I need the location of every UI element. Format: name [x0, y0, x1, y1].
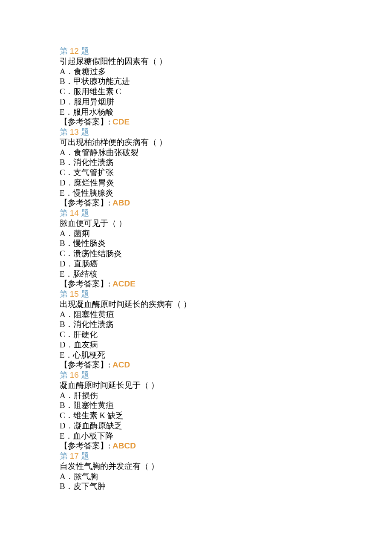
question-option: E．心肌梗死: [60, 350, 392, 360]
option-letter: D: [60, 340, 66, 349]
option-text: 支气管扩张: [73, 168, 114, 177]
option-text: 菌痢: [74, 229, 90, 238]
question-number: 16: [70, 370, 79, 379]
option-text: 肝硬化: [73, 330, 98, 339]
question-prefix: 第: [60, 208, 70, 217]
option-sep: ．: [66, 472, 74, 481]
option-text: 维生素 K 缺乏: [73, 411, 124, 420]
option-letter: E: [60, 431, 65, 440]
option-letter: D: [60, 421, 66, 430]
question-option: C．支气管扩张: [60, 168, 392, 178]
question-option: B．阻塞性黄疸: [60, 400, 392, 410]
answer-value: ACDE: [112, 279, 135, 288]
option-letter: E: [60, 350, 65, 359]
answer-value: ABCD: [112, 441, 136, 450]
answer-value: CDE: [112, 117, 130, 126]
option-text: 皮下气肿: [73, 482, 106, 491]
option-text: 慢性肠炎: [73, 239, 106, 248]
option-sep: ．: [66, 259, 74, 268]
option-text: 血友病: [74, 340, 98, 349]
question-number: 17: [70, 451, 79, 460]
option-text: 心肌梗死: [73, 350, 105, 359]
option-sep: ．: [66, 310, 74, 319]
option-text: 服用水杨酸: [73, 107, 113, 116]
option-letter: C: [60, 249, 65, 258]
option-letter: B: [60, 401, 65, 410]
option-sep: ．: [66, 229, 74, 238]
option-letter: C: [60, 330, 65, 339]
option-text: 食糖过多: [74, 67, 106, 76]
question-option: D．血友病: [60, 340, 392, 350]
question-option: D．直肠癌: [60, 259, 392, 269]
question-option: E．肠结核: [60, 269, 392, 279]
option-sep: ．: [66, 148, 74, 157]
option-letter: A: [60, 310, 66, 319]
option-sep: ．: [65, 249, 73, 258]
question-option: A．食管静脉曲张破裂: [60, 147, 392, 158]
option-text: 食管静脉曲张破裂: [74, 148, 138, 157]
question-option: D．凝血酶原缺乏: [60, 421, 392, 431]
option-sep: ．: [65, 330, 73, 339]
option-text: 溃疡性结肠炎: [73, 249, 122, 258]
option-sep: ．: [65, 107, 73, 116]
question-block: 第 14 题脓血便可见于（ ）A．菌痢B．慢性肠炎C．溃疡性结肠炎D．直肠癌E．…: [60, 208, 392, 289]
option-letter: B: [60, 320, 65, 329]
question-option: A．菌痢: [60, 228, 392, 239]
question-number: 15: [70, 289, 79, 298]
option-sep: ．: [66, 178, 74, 187]
answer-line: 【参考答案】: ABD: [60, 198, 392, 208]
question-header: 第 15 题: [60, 289, 392, 299]
option-sep: ．: [65, 158, 73, 167]
option-sep: ．: [65, 188, 73, 197]
option-letter: C: [60, 168, 65, 177]
option-sep: ．: [65, 350, 73, 359]
option-sep: ．: [65, 239, 73, 248]
question-stem: 自发性气胸的并发症有（ ）: [60, 461, 392, 471]
answer-line: 【参考答案】: CDE: [60, 117, 392, 127]
option-letter: E: [60, 188, 65, 197]
question-option: D．服用异烟肼: [60, 97, 392, 107]
option-text: 阻塞性黄疸: [74, 310, 114, 319]
question-option: B．消化性溃疡: [60, 319, 392, 330]
question-option: E．服用水杨酸: [60, 107, 392, 117]
option-letter: B: [60, 158, 65, 167]
question-prefix: 第: [60, 370, 70, 379]
question-option: A．阻塞性黄疸: [60, 309, 392, 320]
question-number: 13: [70, 127, 79, 136]
option-text: 糜烂性胃炎: [74, 178, 114, 187]
option-sep: ．: [65, 411, 73, 420]
question-option: A．脓气胸: [60, 471, 392, 482]
option-sep: ．: [66, 67, 74, 76]
question-number: 14: [70, 208, 79, 217]
option-letter: A: [60, 148, 66, 157]
option-letter: A: [60, 391, 66, 400]
answer-line: 【参考答案】: ACDE: [60, 279, 392, 289]
document-page: 第 12 题引起尿糖假阳性的因素有（ ）A．食糖过多B．甲状腺功能亢进C．服用维…: [0, 0, 392, 491]
question-stem: 出现凝血酶原时间延长的疾病有（ ）: [60, 299, 392, 309]
question-block: 第 13 题可出现柏油样便的疾病有（ ）A．食管静脉曲张破裂B．消化性溃疡C．支…: [60, 127, 392, 208]
option-text: 慢性胰腺炎: [73, 188, 113, 197]
question-stem: 引起尿糖假阳性的因素有（ ）: [60, 56, 392, 66]
question-option: B．慢性肠炎: [60, 238, 392, 249]
question-header: 第 14 题: [60, 208, 392, 218]
option-text: 凝血酶原缺乏: [74, 421, 122, 430]
option-text: 服用维生素 C: [73, 87, 121, 96]
question-option: B．皮下气肿: [60, 481, 392, 491]
option-sep: ．: [66, 421, 74, 430]
question-suffix: 题: [79, 289, 89, 298]
question-header: 第 12 题: [60, 46, 392, 56]
question-stem: 凝血酶原时间延长见于（ ）: [60, 380, 392, 390]
question-suffix: 题: [79, 127, 89, 136]
question-option: A．肝损伤: [60, 390, 392, 401]
question-header: 第 13 题: [60, 127, 392, 137]
option-sep: ．: [65, 320, 73, 329]
option-sep: ．: [65, 77, 73, 86]
option-letter: D: [60, 97, 66, 106]
question-prefix: 第: [60, 451, 70, 460]
option-letter: B: [60, 77, 65, 86]
option-text: 消化性溃疡: [73, 158, 114, 167]
option-sep: ．: [65, 269, 73, 278]
answer-label: 【参考答案】:: [60, 360, 112, 369]
question-prefix: 第: [60, 127, 70, 136]
answer-label: 【参考答案】:: [60, 198, 112, 207]
